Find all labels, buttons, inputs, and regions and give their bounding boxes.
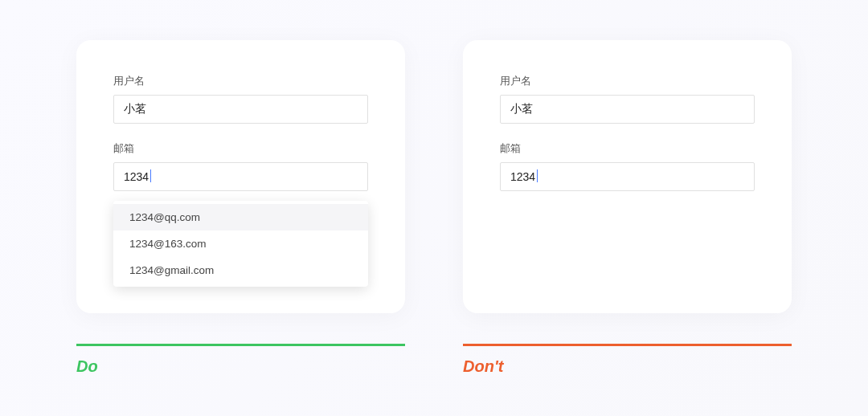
do-footer: Do [76,344,405,376]
dont-card: 用户名 小茗 邮箱 1234 [463,40,792,313]
username-label: 用户名 [113,74,368,88]
email-label: 邮箱 [113,141,368,156]
username-input[interactable]: 小茗 [113,95,368,124]
email-group: 邮箱 1234 [500,141,755,191]
email-value: 1234 [124,170,149,183]
email-label: 邮箱 [500,141,755,156]
do-column: 用户名 小茗 邮箱 1234 1234@qq.com 1234@163.com … [76,40,405,416]
email-input-wrap: 1234 1234@qq.com 1234@163.com 1234@gmail… [113,162,368,191]
text-cursor-icon [150,169,151,182]
suggestion-item[interactable]: 1234@gmail.com [113,257,368,283]
email-group: 邮箱 1234 1234@qq.com 1234@163.com 1234@gm… [113,141,368,191]
email-input[interactable]: 1234 [500,162,755,191]
email-input-wrap: 1234 [500,162,755,191]
do-card: 用户名 小茗 邮箱 1234 1234@qq.com 1234@163.com … [76,40,405,313]
dont-footer-label: Don't [463,357,503,375]
dont-footer: Don't [463,344,792,376]
username-label: 用户名 [500,74,755,88]
username-value: 小茗 [124,102,146,116]
text-cursor-icon [537,169,538,182]
do-footer-label: Do [76,357,98,375]
dont-divider [463,344,792,346]
email-input[interactable]: 1234 [113,162,368,191]
email-suggestions-dropdown: 1234@qq.com 1234@163.com 1234@gmail.com [113,201,368,287]
suggestion-item[interactable]: 1234@qq.com [113,204,368,230]
username-value: 小茗 [510,102,533,116]
username-group: 用户名 小茗 [500,74,755,124]
dont-column: 用户名 小茗 邮箱 1234 Don't [463,40,792,416]
username-group: 用户名 小茗 [113,74,368,124]
do-divider [76,344,405,346]
username-input[interactable]: 小茗 [500,95,755,124]
suggestion-item[interactable]: 1234@163.com [113,230,368,257]
email-value: 1234 [510,170,535,183]
